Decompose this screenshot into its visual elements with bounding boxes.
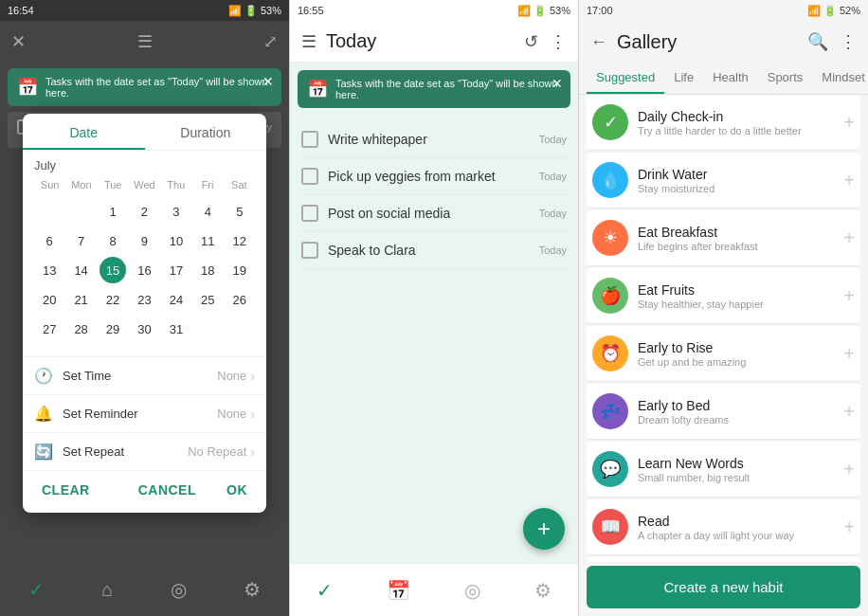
nav-location-1[interactable]: ◎ [171, 578, 187, 601]
cal-day-30[interactable]: 30 [131, 316, 157, 342]
repeat-icon: 🔄 [34, 443, 53, 461]
ok-button[interactable]: OK [219, 479, 255, 501]
cal-day-31[interactable]: 31 [163, 316, 190, 342]
task-name-2-1: Write whitepaper [328, 132, 530, 147]
dow-thu: Thu [160, 176, 191, 193]
nav-check-2[interactable]: ✓ [316, 579, 333, 602]
more-icon[interactable]: ⋮ [550, 31, 567, 52]
cal-day-27[interactable]: 27 [36, 316, 63, 342]
habit-item-eat-breakfast[interactable]: ☀ Eat Breakfast Life begins after breakf… [587, 210, 860, 266]
cal-day-17[interactable]: 17 [163, 257, 190, 283]
menu-icon[interactable]: ☰ [137, 31, 153, 52]
cat-tab-suggested[interactable]: Suggested [587, 63, 664, 94]
habit-item-read[interactable]: 📖 Read A chapter a day will light your w… [587, 499, 860, 555]
cat-tab-sports[interactable]: Sports [758, 63, 813, 94]
search-icon[interactable]: 🔍 [807, 31, 828, 52]
cal-day-20[interactable]: 20 [36, 286, 63, 313]
tab-duration[interactable]: Duration [145, 114, 267, 150]
habit-item-eat-fruits[interactable]: 🍎 Eat Fruits Stay healthier, stay happie… [587, 268, 860, 324]
habit-item-early-bed[interactable]: 💤 Early to Bed Dream lofty dreams + [587, 384, 860, 440]
cal-day-22[interactable]: 22 [99, 286, 126, 313]
checkbox-2-1[interactable] [301, 131, 318, 148]
cal-day-10[interactable]: 10 [163, 227, 190, 254]
cal-day-23[interactable]: 23 [131, 286, 157, 313]
task-row-2-3[interactable]: Post on social media Today [301, 195, 567, 232]
cal-day-21[interactable]: 21 [68, 286, 95, 313]
time-2: 16:55 [298, 5, 324, 16]
habit-name-read: Read [638, 514, 843, 529]
today-title: Today [326, 30, 515, 52]
banner-close-2[interactable]: ✕ [552, 76, 563, 91]
task-row-2-4[interactable]: Speak to Clara Today [301, 232, 567, 269]
cal-day-5[interactable]: 5 [226, 198, 253, 225]
habit-add-read[interactable]: + [843, 516, 855, 538]
set-reminder-row[interactable]: 🔔 Set Reminder None › [23, 395, 266, 433]
cat-tab-life[interactable]: Life [664, 63, 703, 94]
top-bar-2: ☰ Today ↺ ⋮ [290, 21, 578, 63]
checkbox-2-4[interactable] [301, 242, 318, 259]
habit-item-early-rise[interactable]: ⏰ Early to Rise Get up and be amazing + [587, 326, 860, 382]
habit-add-daily-checkin[interactable]: + [843, 112, 855, 134]
habit-add-learn-words[interactable]: + [843, 459, 855, 480]
nav-settings-1[interactable]: ⚙ [244, 578, 261, 601]
fab-add[interactable]: + [523, 508, 565, 550]
expand-icon[interactable]: ⤢ [263, 31, 278, 52]
cal-day-7[interactable]: 7 [68, 227, 95, 254]
cal-day-2[interactable]: 2 [131, 198, 157, 225]
create-habit-button[interactable]: Create a new habit [587, 566, 860, 608]
cal-day-15-today[interactable]: 15 [99, 257, 126, 283]
clear-button[interactable]: CLEAR [34, 479, 98, 501]
task-row-2-1[interactable]: Write whitepaper Today [301, 121, 567, 158]
habit-item-quit-snacks[interactable]: 🚫 Quit Snacks Stop emotional eating + [587, 557, 860, 562]
cal-day-16[interactable]: 16 [131, 257, 157, 283]
sync-icon[interactable]: ↺ [524, 31, 538, 52]
cal-day-1[interactable]: 1 [99, 198, 126, 225]
cat-tab-health[interactable]: Health [703, 63, 758, 94]
panel-gallery: 17:00 📶 🔋 52% ← Gallery 🔍 ⋮ Suggested Li… [578, 0, 868, 616]
cat-tab-mindset[interactable]: Mindset [812, 63, 868, 94]
cal-day-29[interactable]: 29 [99, 316, 126, 342]
more-icon-3[interactable]: ⋮ [840, 31, 857, 52]
habit-add-early-rise[interactable]: + [843, 343, 855, 365]
banner-icon-1: 📅 [17, 77, 38, 98]
habit-item-daily-checkin[interactable]: ✓ Daily Check-in Try a little harder to … [587, 95, 860, 151]
nav-check-1[interactable]: ✓ [28, 578, 45, 601]
checkbox-2-3[interactable] [301, 205, 318, 222]
checkbox-2-2[interactable] [301, 168, 318, 185]
cal-day-25[interactable]: 25 [194, 286, 221, 313]
cal-day-3[interactable]: 3 [163, 198, 190, 225]
task-row-2-2[interactable]: Pick up veggies from market Today [301, 158, 567, 195]
cal-day-9[interactable]: 9 [131, 227, 157, 254]
set-reminder-value: None [217, 407, 246, 421]
habit-add-early-bed[interactable]: + [843, 401, 855, 423]
nav-home-1[interactable]: ⌂ [101, 579, 113, 601]
cal-day-14[interactable]: 14 [68, 257, 95, 283]
set-time-row[interactable]: 🕐 Set Time None › [23, 357, 266, 395]
cal-day-19[interactable]: 19 [226, 257, 253, 283]
habit-add-drink-water[interactable]: + [843, 170, 855, 191]
hamburger-icon[interactable]: ☰ [301, 31, 316, 52]
banner-close-1[interactable]: ✕ [262, 74, 274, 89]
nav-calendar-2[interactable]: 📅 [387, 579, 410, 602]
cal-day-8[interactable]: 8 [99, 227, 126, 254]
habit-add-eat-breakfast[interactable]: + [843, 227, 855, 249]
nav-settings-2[interactable]: ⚙ [534, 579, 552, 602]
tab-date[interactable]: Date [23, 114, 145, 150]
habit-item-learn-words[interactable]: 💬 Learn New Words Small number, big resu… [587, 442, 860, 498]
habit-item-drink-water[interactable]: 💧 Drink Water Stay moisturized + [587, 153, 860, 208]
cal-day-12[interactable]: 12 [226, 227, 253, 254]
cal-day-4[interactable]: 4 [194, 198, 221, 225]
cancel-button[interactable]: CANCEL [131, 479, 204, 501]
cal-day-28[interactable]: 28 [68, 316, 95, 342]
set-repeat-row[interactable]: 🔄 Set Repeat No Repeat › [23, 433, 266, 471]
cal-day-13[interactable]: 13 [36, 257, 63, 283]
cal-day-11[interactable]: 11 [194, 227, 221, 254]
cal-day-18[interactable]: 18 [194, 257, 221, 283]
nav-location-2[interactable]: ◎ [464, 579, 480, 602]
cal-day-6[interactable]: 6 [36, 227, 63, 254]
habit-add-eat-fruits[interactable]: + [843, 285, 855, 307]
cal-day-26[interactable]: 26 [226, 286, 253, 313]
close-icon[interactable]: ✕ [11, 31, 26, 52]
cal-day-24[interactable]: 24 [163, 286, 190, 313]
back-arrow[interactable]: ← [590, 32, 607, 52]
